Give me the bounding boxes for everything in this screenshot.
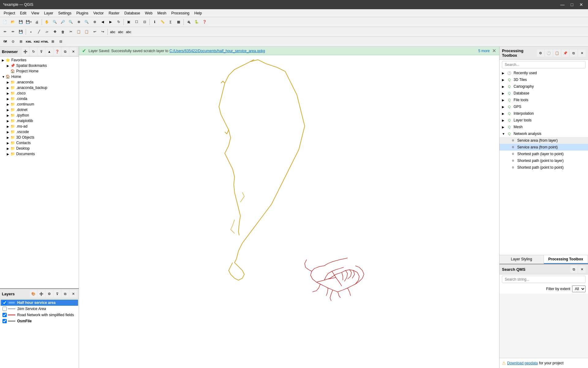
tree-item-contacts[interactable]: ▶ 📁 Contacts	[1, 140, 78, 146]
open-layer-styling-button[interactable]: 🎨	[30, 290, 37, 297]
measure-button[interactable]: 📏	[159, 18, 166, 26]
layer-tools-arrow[interactable]: ▶	[502, 119, 506, 122]
desktop-arrow[interactable]: ▶	[7, 147, 10, 150]
deselect-button[interactable]: ☐	[133, 18, 140, 26]
zoom-full-button[interactable]: ⊕	[75, 18, 82, 26]
current-edits-button[interactable]: ✏	[1, 28, 9, 36]
proc-sub-shortest-path-point-to-point[interactable]: ⚙ Shortest path (point to point)	[499, 164, 588, 171]
notification-link[interactable]: C:/Users/635422/Documents/half_hour_serv…	[169, 49, 265, 53]
recently-used-arrow[interactable]: ▶	[502, 71, 506, 75]
qms-float-button[interactable]: ⧉	[570, 266, 578, 273]
spatial-bookmarks-arrow[interactable]: ▶	[7, 64, 10, 67]
layer-item-1km[interactable]: 1km Service Area	[1, 306, 78, 312]
tree-item-3dobjects[interactable]: ▶ 📁 3D Objects	[1, 135, 78, 140]
tree-item-conda[interactable]: ▶ 📁 .conda	[1, 96, 78, 102]
invert-selection-button[interactable]: ⊡	[141, 18, 148, 26]
vscode-arrow[interactable]: ▶	[7, 130, 10, 134]
open-table-button[interactable]: ▦	[175, 18, 182, 26]
menu-item-edit[interactable]: Edit	[17, 10, 29, 16]
python-button[interactable]: 🐍	[193, 18, 200, 26]
zoom-in-button[interactable]: 🔎	[59, 18, 66, 26]
cisco-arrow[interactable]: ▶	[7, 92, 10, 95]
proc-sub-shortest-path-point-to-layer[interactable]: ⚙ Shortest path (point to layer)	[499, 157, 588, 164]
plugins-button[interactable]: 🔌	[185, 18, 192, 26]
menu-item-web[interactable]: Web	[142, 10, 155, 16]
database-arrow[interactable]: ▶	[502, 92, 506, 95]
add-group-button[interactable]: ➕	[38, 290, 45, 297]
tree-item-anaconda-backup[interactable]: ▶ 📁 .anaconda_backup	[1, 85, 78, 90]
menu-item-database[interactable]: Database	[122, 10, 142, 16]
tab-layer-styling[interactable]: Layer Styling	[499, 255, 544, 264]
anaconda-arrow[interactable]: ▶	[7, 81, 10, 84]
notification-more[interactable]: 5 more	[478, 49, 490, 53]
conda-arrow[interactable]: ▶	[7, 97, 10, 101]
matplotlib-arrow[interactable]: ▶	[7, 119, 10, 123]
osm-button[interactable]: ⊙	[9, 38, 17, 45]
proc-item-gps[interactable]: ▶ Q GPS	[499, 103, 588, 110]
processing-results-button[interactable]: 📋	[553, 49, 561, 57]
home-arrow[interactable]: ▼	[2, 75, 6, 79]
layer-item-road-network[interactable]: Road Network with simplified fields	[1, 312, 78, 318]
browser-help-button[interactable]: ❓	[54, 48, 61, 55]
browser-refresh-button[interactable]: ↻	[30, 48, 37, 55]
zoom-selection-button[interactable]: 🔍	[83, 18, 90, 26]
grid-button[interactable]: ⊞	[49, 38, 56, 45]
layers-float-button[interactable]: ⧉	[62, 290, 69, 297]
digitize-point-button[interactable]: •	[27, 28, 35, 36]
anaconda-backup-arrow[interactable]: ▶	[7, 86, 10, 90]
print-layout-button[interactable]: 🖨	[33, 18, 40, 26]
menu-item-help[interactable]: Help	[192, 10, 205, 16]
save-project-button[interactable]: 💾	[17, 18, 24, 26]
network-analysis-arrow[interactable]: ▼	[502, 132, 506, 136]
map-swipe-button[interactable]: ⊟	[57, 38, 64, 45]
gps-arrow[interactable]: ▶	[502, 105, 506, 109]
menu-item-processing[interactable]: Processing	[169, 10, 192, 16]
pan-to-selection-button[interactable]: 🔍	[51, 18, 58, 26]
dotnet-arrow[interactable]: ▶	[7, 108, 10, 112]
zoom-last-button[interactable]: ◀	[99, 18, 106, 26]
proc-item-interpolation[interactable]: ▶ Q Interpolation	[499, 110, 588, 117]
delete-selected-button[interactable]: 🗑	[59, 28, 66, 36]
tree-item-ms-ad[interactable]: ▶ 📁 .ms-ad	[1, 124, 78, 129]
tree-item-cisco[interactable]: ▶ 📁 .cisco	[1, 90, 78, 96]
tree-item-documents[interactable]: ▶ 📁 Documents	[1, 151, 78, 157]
proc-item-network-analysis[interactable]: ▼ Q Network analysis	[499, 130, 588, 137]
undo-button[interactable]: ↩	[91, 28, 98, 36]
layer-check-half-hour[interactable]	[2, 301, 7, 305]
help-button[interactable]: ❓	[201, 18, 208, 26]
tree-item-favorites[interactable]: ▶ ⭐ Favorites	[1, 57, 78, 63]
paste-features-button[interactable]: 📋	[83, 28, 90, 36]
browser-float-button[interactable]: ⧉	[62, 48, 69, 55]
processing-search-input[interactable]	[502, 61, 586, 68]
menu-item-mesh[interactable]: Mesh	[155, 10, 169, 16]
minimize-button[interactable]: —	[559, 2, 567, 8]
menu-item-vector[interactable]: Vector	[91, 10, 106, 16]
tree-item-vscode[interactable]: ▶ 📁 .vscode	[1, 129, 78, 135]
annotation-button[interactable]: abc	[117, 28, 124, 36]
ms-ad-arrow[interactable]: ▶	[7, 125, 10, 128]
mesh-arrow[interactable]: ▶	[502, 125, 506, 129]
qms-filter-select[interactable]: All	[572, 286, 586, 292]
proc-item-file-tools[interactable]: ▶ Q File tools	[499, 97, 588, 103]
move-feature-button[interactable]: ✥	[51, 28, 58, 36]
form-annotation-button[interactable]: abc	[125, 28, 132, 36]
map-display[interactable]	[79, 56, 499, 368]
copy-features-button[interactable]: 📋	[75, 28, 82, 36]
save-as-button[interactable]: 💾+	[25, 18, 32, 26]
browser-close-button[interactable]: ✕	[70, 48, 77, 55]
qms-close-button[interactable]: ✕	[578, 266, 586, 273]
identify-button[interactable]: ℹ	[151, 18, 158, 26]
proc-sub-service-area-from-point[interactable]: ⚙ Service area (from point)	[499, 144, 588, 151]
processing-close-button[interactable]: ✕	[578, 49, 586, 57]
interpolation-arrow[interactable]: ▶	[502, 112, 506, 115]
html-button[interactable]: HTML	[41, 38, 48, 45]
filter-layers-button[interactable]: ⊽	[54, 290, 61, 297]
digitize-line-button[interactable]: ╱	[35, 28, 43, 36]
proc-sub-service-area-from-layer[interactable]: ⚙ Service area (from layer)	[499, 137, 588, 144]
qms-search-input[interactable]	[502, 276, 586, 283]
menu-item-project[interactable]: Project	[1, 10, 17, 16]
layer-check-road-network[interactable]	[2, 313, 7, 317]
menu-item-plugins[interactable]: Plugins	[74, 10, 91, 16]
browser-collapse-button[interactable]: ▲	[46, 48, 53, 55]
processing-options-button[interactable]: ⚙	[537, 49, 544, 57]
